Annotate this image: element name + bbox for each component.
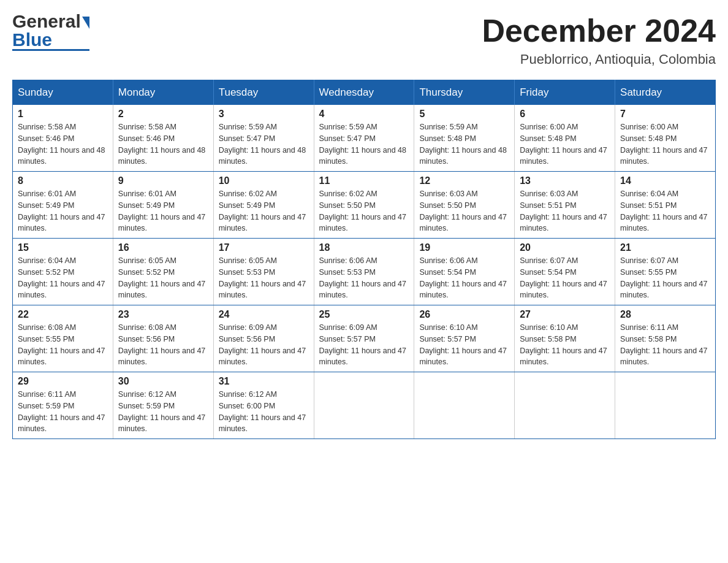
calendar-day-header: Monday [113, 80, 213, 105]
day-info: Sunrise: 6:03 AM Sunset: 5:51 PM Dayligh… [520, 188, 610, 234]
day-info: Sunrise: 6:08 AM Sunset: 5:55 PM Dayligh… [18, 322, 108, 368]
day-info: Sunrise: 5:58 AM Sunset: 5:46 PM Dayligh… [118, 121, 208, 167]
day-number: 18 [319, 242, 409, 253]
calendar-day-cell: 1 Sunrise: 5:58 AM Sunset: 5:46 PM Dayli… [13, 105, 113, 172]
day-info: Sunrise: 5:59 AM Sunset: 5:48 PM Dayligh… [419, 121, 509, 167]
day-info: Sunrise: 6:04 AM Sunset: 5:51 PM Dayligh… [620, 188, 710, 234]
day-info: Sunrise: 6:06 AM Sunset: 5:54 PM Dayligh… [419, 255, 509, 301]
day-info: Sunrise: 6:08 AM Sunset: 5:56 PM Dayligh… [118, 322, 208, 368]
day-number: 9 [118, 175, 208, 186]
day-info: Sunrise: 6:10 AM Sunset: 5:58 PM Dayligh… [520, 322, 610, 368]
day-number: 25 [319, 309, 409, 320]
calendar-day-cell: 9 Sunrise: 6:01 AM Sunset: 5:49 PM Dayli… [113, 172, 213, 239]
calendar-day-cell: 16 Sunrise: 6:05 AM Sunset: 5:52 PM Dayl… [113, 239, 213, 305]
day-info: Sunrise: 6:07 AM Sunset: 5:54 PM Dayligh… [520, 255, 610, 301]
day-number: 3 [219, 109, 309, 120]
day-info: Sunrise: 6:09 AM Sunset: 5:57 PM Dayligh… [319, 322, 409, 368]
calendar-day-cell: 6 Sunrise: 6:00 AM Sunset: 5:48 PM Dayli… [515, 105, 615, 172]
calendar-week-row: 22 Sunrise: 6:08 AM Sunset: 5:55 PM Dayl… [13, 305, 716, 372]
day-number: 19 [419, 242, 509, 253]
calendar-day-cell: 21 Sunrise: 6:07 AM Sunset: 5:55 PM Dayl… [615, 239, 716, 305]
day-number: 16 [118, 242, 208, 253]
calendar-day-header: Thursday [414, 80, 515, 105]
day-info: Sunrise: 6:07 AM Sunset: 5:55 PM Dayligh… [620, 255, 710, 301]
calendar-day-header: Saturday [615, 80, 716, 105]
calendar-day-cell: 28 Sunrise: 6:11 AM Sunset: 5:58 PM Dayl… [615, 305, 716, 372]
calendar-day-cell: 11 Sunrise: 6:02 AM Sunset: 5:50 PM Dayl… [314, 172, 414, 239]
day-info: Sunrise: 6:11 AM Sunset: 5:59 PM Dayligh… [18, 389, 108, 435]
calendar-day-cell: 15 Sunrise: 6:04 AM Sunset: 5:52 PM Dayl… [13, 239, 113, 305]
day-info: Sunrise: 6:03 AM Sunset: 5:50 PM Dayligh… [419, 188, 509, 234]
day-info: Sunrise: 5:58 AM Sunset: 5:46 PM Dayligh… [18, 121, 108, 167]
calendar-day-cell: 25 Sunrise: 6:09 AM Sunset: 5:57 PM Dayl… [314, 305, 414, 372]
calendar-week-row: 15 Sunrise: 6:04 AM Sunset: 5:52 PM Dayl… [13, 239, 716, 305]
calendar-day-cell: 18 Sunrise: 6:06 AM Sunset: 5:53 PM Dayl… [314, 239, 414, 305]
day-number: 26 [419, 309, 509, 320]
calendar-week-row: 29 Sunrise: 6:11 AM Sunset: 5:59 PM Dayl… [13, 372, 716, 439]
day-number: 2 [118, 109, 208, 120]
calendar-day-cell: 31 Sunrise: 6:12 AM Sunset: 6:00 PM Dayl… [213, 372, 314, 439]
calendar-day-cell: 5 Sunrise: 5:59 AM Sunset: 5:48 PM Dayli… [414, 105, 515, 172]
calendar-day-cell: 7 Sunrise: 6:00 AM Sunset: 5:48 PM Dayli… [615, 105, 716, 172]
calendar-day-cell: 24 Sunrise: 6:09 AM Sunset: 5:56 PM Dayl… [213, 305, 314, 372]
calendar-day-cell: 22 Sunrise: 6:08 AM Sunset: 5:55 PM Dayl… [13, 305, 113, 372]
calendar-day-cell: 8 Sunrise: 6:01 AM Sunset: 5:49 PM Dayli… [13, 172, 113, 239]
day-info: Sunrise: 6:06 AM Sunset: 5:53 PM Dayligh… [319, 255, 409, 301]
day-info: Sunrise: 6:02 AM Sunset: 5:50 PM Dayligh… [319, 188, 409, 234]
day-info: Sunrise: 6:11 AM Sunset: 5:58 PM Dayligh… [620, 322, 710, 368]
day-number: 17 [219, 242, 309, 253]
page-header: General Blue December 2024 Pueblorrico, … [12, 12, 716, 67]
day-number: 23 [118, 309, 208, 320]
day-number: 7 [620, 109, 710, 120]
day-info: Sunrise: 6:04 AM Sunset: 5:52 PM Dayligh… [18, 255, 108, 301]
calendar-day-cell [314, 372, 414, 439]
calendar-day-cell: 20 Sunrise: 6:07 AM Sunset: 5:54 PM Dayl… [515, 239, 615, 305]
day-info: Sunrise: 6:12 AM Sunset: 6:00 PM Dayligh… [219, 389, 309, 435]
calendar-day-cell: 10 Sunrise: 6:02 AM Sunset: 5:49 PM Dayl… [213, 172, 314, 239]
day-number: 31 [219, 376, 309, 387]
day-number: 10 [219, 175, 309, 186]
logo-blue-text: Blue [12, 31, 89, 51]
calendar-day-cell [515, 372, 615, 439]
calendar-day-cell: 12 Sunrise: 6:03 AM Sunset: 5:50 PM Dayl… [414, 172, 515, 239]
day-number: 6 [520, 109, 610, 120]
day-number: 20 [520, 242, 610, 253]
day-number: 30 [118, 376, 208, 387]
calendar-day-header: Wednesday [314, 80, 414, 105]
calendar-day-header: Sunday [13, 80, 113, 105]
day-number: 21 [620, 242, 710, 253]
calendar-day-header: Tuesday [213, 80, 314, 105]
calendar-day-cell: 30 Sunrise: 6:12 AM Sunset: 5:59 PM Dayl… [113, 372, 213, 439]
day-number: 12 [419, 175, 509, 186]
calendar-week-row: 8 Sunrise: 6:01 AM Sunset: 5:49 PM Dayli… [13, 172, 716, 239]
day-info: Sunrise: 6:10 AM Sunset: 5:57 PM Dayligh… [419, 322, 509, 368]
day-info: Sunrise: 6:02 AM Sunset: 5:49 PM Dayligh… [219, 188, 309, 234]
day-number: 14 [620, 175, 710, 186]
day-info: Sunrise: 6:09 AM Sunset: 5:56 PM Dayligh… [219, 322, 309, 368]
calendar-day-cell: 13 Sunrise: 6:03 AM Sunset: 5:51 PM Dayl… [515, 172, 615, 239]
calendar-day-cell: 29 Sunrise: 6:11 AM Sunset: 5:59 PM Dayl… [13, 372, 113, 439]
location-text: Pueblorrico, Antioquia, Colombia [482, 52, 716, 67]
day-info: Sunrise: 6:00 AM Sunset: 5:48 PM Dayligh… [620, 121, 710, 167]
day-info: Sunrise: 6:05 AM Sunset: 5:53 PM Dayligh… [219, 255, 309, 301]
logo-triangle-icon [82, 17, 89, 29]
day-number: 1 [18, 109, 108, 120]
calendar-day-cell: 19 Sunrise: 6:06 AM Sunset: 5:54 PM Dayl… [414, 239, 515, 305]
day-info: Sunrise: 6:00 AM Sunset: 5:48 PM Dayligh… [520, 121, 610, 167]
calendar-day-cell: 27 Sunrise: 6:10 AM Sunset: 5:58 PM Dayl… [515, 305, 615, 372]
month-title: December 2024 [482, 12, 716, 49]
day-info: Sunrise: 6:01 AM Sunset: 5:49 PM Dayligh… [18, 188, 108, 234]
day-info: Sunrise: 6:12 AM Sunset: 5:59 PM Dayligh… [118, 389, 208, 435]
calendar-day-cell: 17 Sunrise: 6:05 AM Sunset: 5:53 PM Dayl… [213, 239, 314, 305]
day-number: 4 [319, 109, 409, 120]
calendar-day-cell: 14 Sunrise: 6:04 AM Sunset: 5:51 PM Dayl… [615, 172, 716, 239]
day-info: Sunrise: 6:05 AM Sunset: 5:52 PM Dayligh… [118, 255, 208, 301]
title-section: December 2024 Pueblorrico, Antioquia, Co… [482, 12, 716, 67]
calendar-day-cell: 3 Sunrise: 5:59 AM Sunset: 5:47 PM Dayli… [213, 105, 314, 172]
day-number: 29 [18, 376, 108, 387]
calendar-day-cell [414, 372, 515, 439]
calendar-day-cell: 2 Sunrise: 5:58 AM Sunset: 5:46 PM Dayli… [113, 105, 213, 172]
day-number: 13 [520, 175, 610, 186]
day-number: 8 [18, 175, 108, 186]
logo: General Blue [12, 12, 89, 51]
